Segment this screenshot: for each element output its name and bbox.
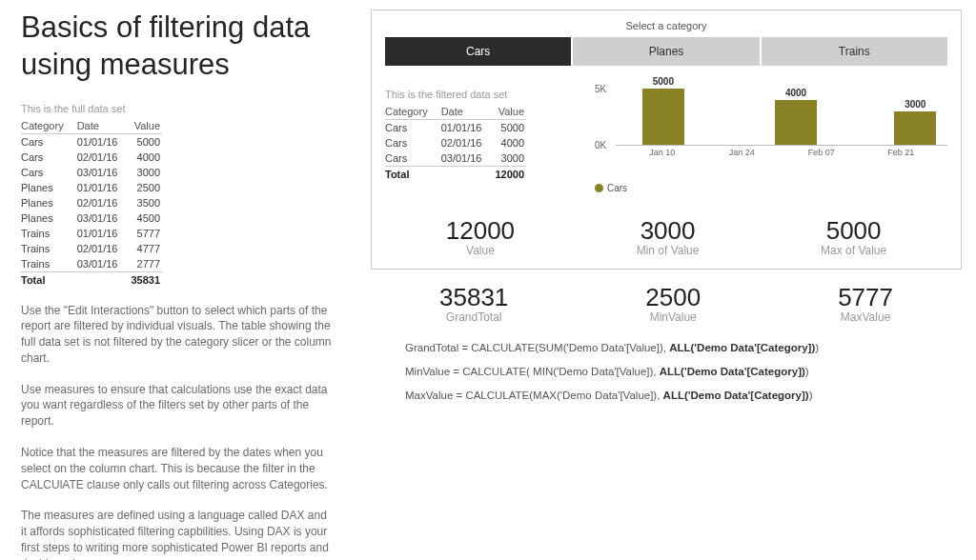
chart-bar[interactable] (775, 100, 817, 145)
table-row[interactable]: Cars03/01/163000 (385, 150, 526, 167)
y-tick: 0K (595, 140, 606, 150)
slicer-title: Select a category (385, 20, 947, 31)
kpi-card[interactable]: 5777MaxValue (838, 283, 893, 324)
kpi-card[interactable]: 35831GrandTotal (439, 283, 508, 324)
kpi-card[interactable]: 3000Min of Value (637, 216, 700, 257)
fcol-value[interactable]: Value (495, 104, 526, 120)
table-row[interactable]: Cars02/01/164000 (21, 150, 162, 165)
kpi-value: 3000 (637, 216, 700, 246)
kpi-value: 35831 (439, 283, 508, 312)
kpi-card[interactable]: 5000Max of Value (821, 216, 886, 257)
fcol-date[interactable]: Date (441, 104, 496, 120)
slicer-option-cars[interactable]: Cars (385, 37, 571, 66)
legend-label: Cars (607, 183, 627, 193)
body-paragraph: Notice that the measures are filtered by… (21, 445, 336, 492)
table-row[interactable]: Trains03/01/162777 (21, 256, 162, 272)
body-paragraph: The measures are defined using a languag… (21, 508, 336, 560)
slicer-option-trains[interactable]: Trains (762, 37, 947, 66)
kpi-label: MaxValue (838, 310, 893, 324)
table-total-row: Total12000 (385, 167, 526, 183)
col-category[interactable]: Category (21, 118, 77, 134)
table-row[interactable]: Cars02/01/164000 (385, 135, 526, 150)
table-row[interactable]: Cars01/01/165000 (385, 120, 526, 136)
x-tick: Jan 24 (729, 148, 755, 157)
dax-formula: MinValue = CALCULATE( MIN('Demo Data'[Va… (405, 365, 962, 379)
legend-swatch-icon (595, 184, 603, 192)
table-row[interactable]: Planes01/01/162500 (21, 180, 162, 195)
bar-data-label: 3000 (894, 99, 936, 110)
kpi-label: Value (446, 244, 515, 257)
body-paragraph: Use the "Edit Interactions" button to se… (21, 303, 336, 367)
kpi-value: 5777 (838, 283, 893, 312)
chart-bar[interactable] (642, 89, 684, 145)
kpi-label: MinValue (645, 310, 701, 324)
kpi-value: 5000 (821, 216, 886, 246)
table-row[interactable]: Trains01/01/165777 (21, 226, 162, 241)
full-data-table: Category Date Value Cars01/01/165000Cars… (21, 118, 162, 288)
dax-formula: MaxValue = CALCULATE(MAX('Demo Data'[Val… (405, 389, 962, 403)
filtered-panel: Select a category CarsPlanesTrains This … (371, 10, 962, 270)
table-row[interactable]: Cars03/01/163000 (21, 165, 162, 180)
table-total-row: Total35831 (21, 271, 162, 288)
x-tick: Feb 07 (808, 148, 835, 157)
y-tick: 5K (595, 84, 606, 94)
fcol-category[interactable]: Category (385, 104, 441, 120)
kpi-card[interactable]: 12000Value (446, 216, 515, 257)
dax-definitions: GrandTotal = CALCULATE(SUM('Demo Data'[V… (371, 341, 962, 403)
col-date[interactable]: Date (77, 118, 132, 134)
filtered-table-caption: This is the filtered data set (385, 89, 576, 100)
table-row[interactable]: Trains02/01/164777 (21, 241, 162, 256)
bar-data-label: 4000 (775, 88, 817, 98)
kpi-value: 12000 (446, 216, 515, 246)
x-tick: Feb 21 (887, 148, 914, 157)
category-slicer: CarsPlanesTrains (385, 37, 947, 66)
kpi-label: Max of Value (821, 244, 886, 257)
dax-formula: GrandTotal = CALCULATE(SUM('Demo Data'[V… (405, 341, 962, 355)
column-chart[interactable]: 5K0K500040003000Jan 10Jan 24Feb 07Feb 21… (595, 89, 947, 193)
chart-bar[interactable] (894, 111, 936, 145)
filtered-data-table: Category Date Value Cars01/01/165000Cars… (385, 104, 526, 182)
kpi-value: 2500 (645, 283, 701, 312)
page-title: Basics of filtering data using measures (21, 10, 350, 84)
x-tick: Jan 10 (649, 148, 675, 157)
table-row[interactable]: Cars01/01/165000 (21, 133, 162, 150)
bar-data-label: 5000 (642, 76, 684, 87)
full-table-caption: This is the full data set (21, 103, 350, 114)
body-paragraph: Use measures to ensure that calculations… (21, 382, 336, 430)
chart-legend: Cars (595, 183, 627, 193)
slicer-option-planes[interactable]: Planes (573, 37, 759, 66)
table-row[interactable]: Planes02/01/163500 (21, 195, 162, 210)
kpi-card[interactable]: 2500MinValue (645, 283, 701, 324)
kpi-label: GrandTotal (439, 310, 508, 324)
kpi-label: Min of Value (637, 244, 700, 257)
col-value[interactable]: Value (131, 118, 162, 134)
table-row[interactable]: Planes03/01/164500 (21, 210, 162, 226)
